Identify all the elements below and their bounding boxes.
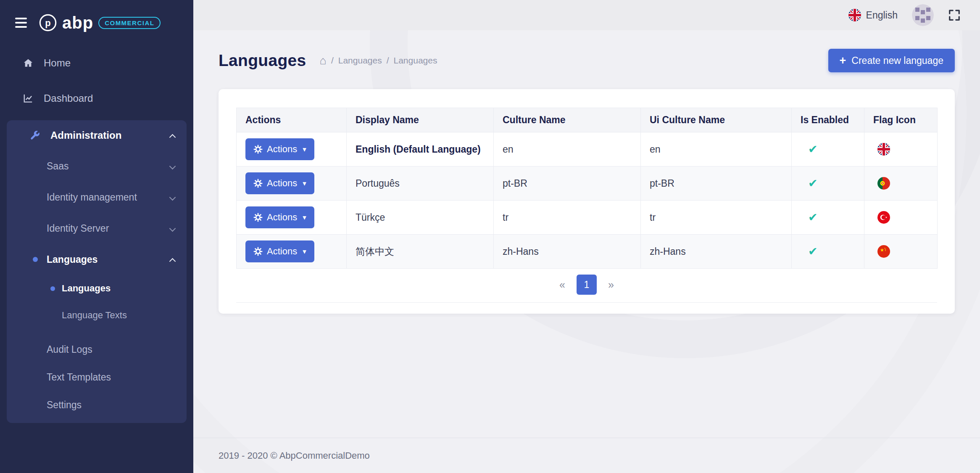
footer: 2019 - 2020 © AbpCommercialDemo — [193, 438, 980, 473]
table-header-row: Actions Display Name Culture Name Ui Cul… — [237, 108, 938, 132]
current-page-button[interactable]: 1 — [577, 275, 597, 295]
create-button-label: Create new language — [851, 55, 943, 66]
sidebar-item-saas[interactable]: Saas — [7, 151, 187, 182]
dashboard-icon — [23, 93, 34, 104]
user-avatar[interactable] — [912, 4, 934, 26]
circle-dot-icon — [33, 257, 38, 262]
chevron-down-icon — [169, 225, 176, 232]
breadcrumb-item-languages-page[interactable]: Languages — [394, 55, 437, 66]
culture-name-cell: tr — [494, 201, 641, 235]
ui-culture-name-cell: tr — [641, 201, 792, 235]
logo-text: abp — [62, 13, 93, 32]
sidebar-nav: Home Dashboard Administration — [0, 45, 193, 423]
ui-culture-name-cell: en — [641, 132, 792, 166]
column-header-actions: Actions — [237, 108, 347, 132]
sidebar-subitem-languages[interactable]: Languages — [7, 275, 187, 302]
sidebar-item-settings[interactable]: Settings — [7, 391, 187, 419]
caret-down-icon: ▾ — [303, 213, 306, 222]
languages-table: Actions Display Name Culture Name Ui Cul… — [236, 108, 938, 269]
menu-spacer — [7, 329, 187, 336]
table-row: Actions ▾ Português pt-BR pt-BR ✔ — [237, 166, 938, 201]
gear-icon — [253, 145, 263, 154]
actions-button-label: Actions — [267, 212, 297, 223]
main-content: Languages ⌂ / Languages / Languages + Cr… — [193, 30, 980, 438]
row-actions-button[interactable]: Actions ▾ — [245, 240, 314, 262]
sidebar-item-identity-management[interactable]: Identity management — [7, 182, 187, 213]
next-page-button[interactable]: » — [601, 275, 621, 295]
breadcrumb-separator: / — [387, 55, 389, 66]
check-icon: ✔ — [808, 245, 818, 258]
svg-text:p: p — [45, 18, 50, 28]
row-actions-button[interactable]: Actions ▾ — [245, 138, 314, 160]
breadcrumb: ⌂ / Languages / Languages — [320, 55, 437, 66]
create-new-language-button[interactable]: + Create new language — [828, 49, 955, 72]
sidebar-item-label: Dashboard — [44, 92, 93, 104]
sidebar-item-label: Home — [44, 57, 71, 69]
fullscreen-button[interactable] — [948, 9, 961, 21]
pagination: « 1 » — [236, 269, 937, 303]
chevron-down-icon — [169, 163, 176, 169]
sidebar-item-label: Language Texts — [62, 310, 127, 321]
chevron-up-icon — [169, 134, 176, 140]
column-header-flag-icon: Flag Icon — [864, 108, 938, 132]
breadcrumb-item-languages[interactable]: Languages — [338, 55, 382, 66]
language-selector[interactable]: English — [848, 9, 898, 21]
sidebar-item-label: Saas — [47, 161, 68, 172]
table-row: Actions ▾ English (Default Language) en … — [237, 132, 938, 166]
languages-card: Actions Display Name Culture Name Ui Cul… — [219, 89, 955, 314]
page-title: Languages — [219, 51, 306, 70]
abp-logo[interactable]: p abp COMMERCIAL — [39, 13, 161, 32]
breadcrumb-separator: / — [331, 55, 334, 66]
wrench-icon — [29, 130, 40, 141]
breadcrumb-home-icon[interactable]: ⌂ — [320, 55, 327, 66]
table-row: Actions ▾ 简体中文 zh-Hans zh-Hans ✔ — [237, 235, 938, 269]
column-header-display-name: Display Name — [347, 108, 494, 132]
check-icon: ✔ — [808, 177, 818, 190]
sidebar-item-label: Administration — [50, 129, 121, 141]
app-root: p abp COMMERCIAL Home Dashboard — [0, 0, 980, 473]
topbar: English — [193, 0, 980, 30]
sidebar-item-home[interactable]: Home — [0, 45, 193, 81]
page-header: Languages ⌂ / Languages / Languages + Cr… — [219, 49, 955, 72]
home-icon — [23, 58, 34, 69]
flag-pt-icon — [877, 177, 890, 190]
chevron-down-icon — [169, 194, 176, 201]
actions-button-label: Actions — [267, 144, 297, 155]
uk-flag-icon — [848, 9, 861, 21]
display-name-cell: Türkçe — [347, 201, 494, 235]
culture-name-cell: pt-BR — [494, 166, 641, 201]
row-actions-button[interactable]: Actions ▾ — [245, 206, 314, 228]
column-header-ui-culture-name: Ui Culture Name — [641, 108, 792, 132]
display-name-cell: English (Default Language) — [356, 144, 481, 155]
sidebar-item-label: Text Templates — [47, 372, 111, 383]
sidebar-item-audit-logs[interactable]: Audit Logs — [7, 336, 187, 363]
gear-icon — [253, 179, 263, 188]
sidebar-item-dashboard[interactable]: Dashboard — [0, 81, 193, 116]
row-actions-button[interactable]: Actions ▾ — [245, 172, 314, 194]
sidebar-item-administration[interactable]: Administration — [7, 120, 187, 151]
plus-icon: + — [840, 55, 846, 66]
sidebar-item-languages[interactable]: Languages — [7, 244, 187, 275]
display-name-cell: 简体中文 — [347, 235, 494, 269]
table-row: Actions ▾ Türkçe tr tr ✔ — [237, 201, 938, 235]
ui-culture-name-cell: pt-BR — [641, 166, 792, 201]
administration-menu-group: Administration Saas Identity management … — [7, 120, 187, 423]
chevron-up-icon — [169, 258, 176, 264]
sidebar-item-identity-server[interactable]: Identity Server — [7, 213, 187, 244]
sidebar-item-text-templates[interactable]: Text Templates — [7, 363, 187, 391]
sidebar-item-label: Languages — [62, 283, 111, 294]
gear-icon — [253, 213, 263, 222]
sidebar-item-label: Languages — [47, 254, 97, 265]
sidebar-subitem-language-texts[interactable]: Language Texts — [7, 302, 187, 329]
bullet-dot-icon — [50, 286, 55, 291]
sidebar-header: p abp COMMERCIAL — [0, 0, 193, 45]
hamburger-menu-button[interactable] — [14, 15, 28, 30]
main-area: English — [193, 0, 980, 473]
previous-page-button[interactable]: « — [552, 275, 572, 295]
sidebar: p abp COMMERCIAL Home Dashboard — [0, 0, 193, 473]
column-header-culture-name: Culture Name — [494, 108, 641, 132]
culture-name-cell: en — [494, 132, 641, 166]
abp-logo-icon: p — [39, 13, 57, 32]
sidebar-item-label: Identity management — [47, 192, 137, 203]
caret-down-icon: ▾ — [303, 179, 306, 188]
